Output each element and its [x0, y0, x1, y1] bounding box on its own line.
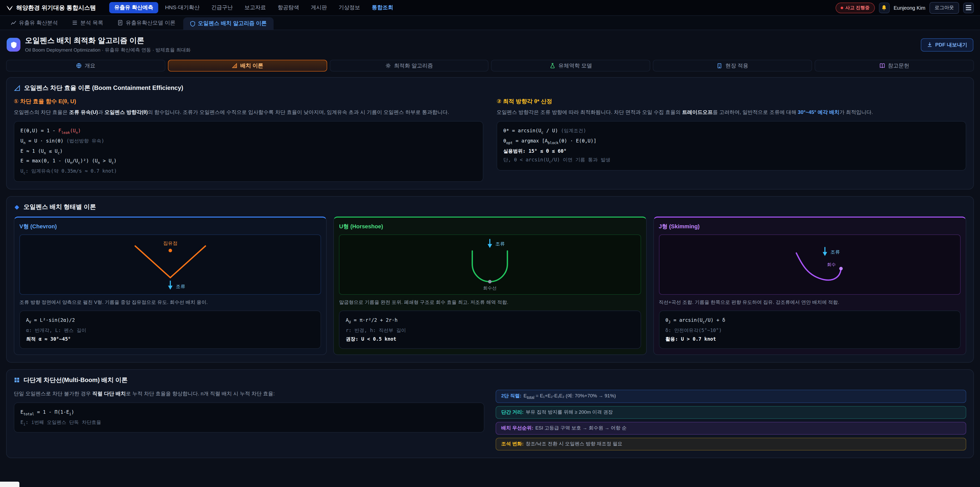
svg-text:조류: 조류	[496, 241, 505, 247]
globe-icon	[76, 63, 82, 69]
note-tidal-change: 조석 변화: 창조/낙조 전환 시 오일펜스 방향 재조정 필요	[496, 438, 966, 450]
section-tab-references[interactable]: 참고문헌	[815, 60, 974, 72]
horseshoe-boom-line	[473, 251, 508, 282]
layout-types-card: 오일펜스 배치 형태별 이론 V형 (Chevron) 집유점 조류 조류 방향…	[6, 196, 974, 362]
nav-item-reports[interactable]: 보고자료	[239, 2, 271, 13]
current-arrow-icon	[488, 244, 492, 248]
app-viewport: 해양환경 위기대응 통합시스템 유출유 확산예측 HNS·대기확산 긴급구난 보…	[0, 0, 980, 487]
nav-item-spill-prediction[interactable]: 유출유 확산예측	[109, 2, 159, 13]
section-tab-field-application[interactable]: 현장 적용	[653, 60, 812, 72]
note-serial-two-stage: 2단 직렬: Etotal = E₁+E₂-E₁E₂ (예: 70%+70% →…	[496, 390, 966, 403]
nav-item-aerial-search[interactable]: 항공탐색	[272, 2, 304, 13]
efficiency-function-paragraph: 오일펜스의 차단 효율은 조류 유속(U)과 오일펜스 방향각(θ)의 함수입니…	[14, 108, 484, 117]
horseshoe-caption: 말굽형으로 기름을 완전 포위. 폐쇄형 구조로 회수 효율 최고. 저조류 해…	[339, 299, 641, 306]
download-icon	[927, 42, 932, 48]
sub-tab-bar: 유출유 확산분석 분석 목록 유출유확산모델 이론 오일펜스 배치 알고리즘 이…	[0, 16, 980, 30]
note-priority: 배치 우선순위: ESI 고등급 구역 보호 → 회수원 → 어항 순	[496, 422, 966, 434]
type-card-chevron: V형 (Chevron) 집유점 조류 조류 방향 정면에서 양측으로 펼친 V…	[14, 217, 327, 355]
efficiency-function-heading: ① 차단 효율 함수 E(θ, U)	[14, 97, 484, 105]
type-card-skimming: J형 (Skimming) 조류 회수 직선+곡선 조합. 기름을 한쪽으로 편…	[653, 217, 966, 355]
shield-icon	[190, 21, 196, 26]
section-tab-overview[interactable]: 개요	[6, 60, 165, 72]
section-tab-hydrodynamics-model[interactable]: 유체역학 모델	[491, 60, 651, 72]
wing-logo-icon	[6, 4, 13, 11]
tab-boom-algorithm-theory[interactable]: 오일펜스 배치 알고리즘 이론	[183, 18, 274, 30]
hamburger-icon	[966, 5, 971, 10]
optimal-angle-formula: θ* = arcsin(Uc / U) (임계조건)θopt = argmax …	[496, 121, 966, 171]
current-arrow-icon	[822, 252, 827, 256]
main-nav: 유출유 확산예측 HNS·대기확산 긴급구난 보고자료 항공탐색 게시판 기상정…	[109, 2, 398, 13]
horseshoe-diagram: 조류 회수선	[339, 235, 641, 295]
multiboom-formula: Etotal = 1 - Π(1-Ei)Ei: i번째 오일펜스 단독 차단효율	[14, 402, 484, 433]
brand-logo[interactable]: 해양환경 위기대응 통합시스템	[6, 4, 96, 11]
menu-button[interactable]	[963, 2, 974, 13]
page-header: 오일펜스 배치 최적화 알고리즘 이론 Oil Boom Deployment …	[0, 30, 980, 58]
chevron-formula: AV = L²·sin(2α)/2α: 반개각, L: 펜스 길이최적 α ≈ …	[19, 311, 321, 349]
tab-analysis-list[interactable]: 분석 목록	[65, 16, 110, 30]
document-icon	[118, 20, 123, 26]
multiboom-title: 다단계 차단선(Multi-Boom) 배치 이론	[24, 376, 127, 385]
skimming-title: J형 (Skimming)	[659, 223, 961, 230]
multiboom-left-column: 단일 오일펜스로 차단 불가한 경우 직렬 다단 배치로 누적 차단 효율을 향…	[14, 390, 484, 433]
tab-spill-analysis[interactable]: 유출유 확산분석	[4, 16, 65, 30]
multiboom-paragraph: 단일 오일펜스로 차단 불가한 경우 직렬 다단 배치로 누적 차단 효율을 향…	[14, 390, 484, 398]
multiboom-card: 다단계 차단선(Multi-Boom) 배치 이론 단일 오일펜스로 차단 불가…	[6, 369, 974, 458]
skimming-diagram: 조류 회수	[659, 235, 961, 295]
recovery-point-dot	[839, 267, 843, 270]
svg-text:조류: 조류	[176, 284, 185, 289]
nav-item-board[interactable]: 게시판	[306, 2, 332, 13]
incident-dot-icon	[841, 6, 843, 9]
page-title: 오일펜스 배치 최적화 알고리즘 이론	[25, 36, 191, 45]
top-nav: 해양환경 위기대응 통합시스템 유출유 확산예측 HNS·대기확산 긴급구난 보…	[0, 0, 980, 16]
multiboom-notes: 2단 직렬: Etotal = E₁+E₂-E₁E₂ (예: 70%+70% →…	[496, 390, 966, 450]
current-arrow-icon	[168, 286, 172, 290]
section-tabs: 개요 배치 이론 최적화 알고리즘 유체역학 모델 현장 적용	[6, 60, 974, 72]
book-icon	[879, 63, 885, 69]
page-shield-icon	[6, 38, 21, 51]
svg-text:조류: 조류	[830, 249, 840, 255]
section-tab-deployment-theory[interactable]: 배치 이론	[168, 60, 327, 72]
efficiency-function-formula: E(θ,U) = 1 - Fleak(Un)Un = U · sin(θ) (법…	[14, 121, 484, 182]
skimming-caption: 직선+곡선 조합. 기름을 한쪽으로 편향 유도하여 집유. 강조류에서 연안 …	[659, 299, 961, 306]
optimal-angle-heading: ② 최적 방향각 θ* 산정	[496, 97, 966, 105]
svg-text:회수: 회수	[827, 262, 836, 267]
optimal-angle-paragraph: 오일펜스 방향각은 조류 방향에 따라 최적화됩니다. 차단 면적과 오일 수집…	[496, 108, 966, 117]
building-icon	[717, 63, 722, 69]
ruler-triangle-icon	[232, 63, 237, 69]
browser-status-bubble	[0, 482, 19, 487]
user-name: Eunjeong Kim	[894, 5, 925, 10]
horseshoe-formula: AU = π·r²/2 + 2r·hr: 반경, h: 직선부 길이권장: U …	[339, 311, 641, 349]
chart-line-icon	[11, 20, 16, 26]
brand-title: 해양환경 위기대응 통합시스템	[16, 4, 96, 11]
type-card-horseshoe: U형 (Horseshoe) 조류 회수선 말굽형으로 기름을 완전 포위. 폐…	[334, 217, 647, 355]
layout-types-title: 오일펜스 배치 형태별 이론	[24, 203, 96, 211]
grid-icon	[14, 377, 20, 383]
svg-text:집유점: 집유점	[163, 241, 177, 246]
svg-text:회수선: 회수선	[483, 286, 496, 291]
gear-icon	[385, 63, 391, 69]
topbar-right: 사고 진행중 Eunjeong Kim 로그아웃	[835, 2, 974, 14]
efficiency-card: 오일펜스 차단 효율 이론 (Boom Containment Efficien…	[6, 77, 974, 190]
efficiency-card-title: 오일펜스 차단 효율 이론 (Boom Containment Efficien…	[24, 84, 183, 93]
logout-button[interactable]: 로그아웃	[929, 2, 959, 14]
notifications-button[interactable]	[879, 2, 889, 13]
nav-item-integrated-search[interactable]: 통합조회	[367, 2, 398, 13]
tab-diffusion-model-theory[interactable]: 유출유확산모델 이론	[111, 16, 182, 30]
horseshoe-title: U형 (Horseshoe)	[339, 223, 641, 230]
nav-item-weather[interactable]: 기상정보	[334, 2, 365, 13]
diamond-icon	[14, 204, 20, 210]
chevron-caption: 조류 방향 정면에서 양측으로 펼친 V형. 기름을 중앙 집유점으로 유도. …	[19, 299, 321, 306]
flask-icon	[550, 63, 555, 69]
pdf-export-button[interactable]: PDF 내보내기	[921, 38, 974, 51]
incident-status-badge[interactable]: 사고 진행중	[835, 2, 875, 13]
page-subtitle: Oil Boom Deployment Optimization · 유출유 확…	[25, 47, 191, 54]
nav-item-hns[interactable]: HNS·대기확산	[160, 2, 205, 13]
nav-item-rescue[interactable]: 긴급구난	[206, 2, 238, 13]
set-square-icon	[14, 85, 21, 91]
section-tab-optimization-algorithm[interactable]: 최적화 알고리즘	[329, 60, 489, 72]
bell-icon	[881, 5, 887, 11]
list-icon	[72, 20, 78, 26]
chevron-title: V형 (Chevron)	[19, 223, 321, 230]
note-spacing: 단간 거리: 부유 집적 방지를 위해 ≥ 200m 이격 권장	[496, 406, 966, 418]
efficiency-right-column: ② 최적 방향각 θ* 산정 오일펜스 방향각은 조류 방향에 따라 최적화됩니…	[496, 97, 966, 182]
